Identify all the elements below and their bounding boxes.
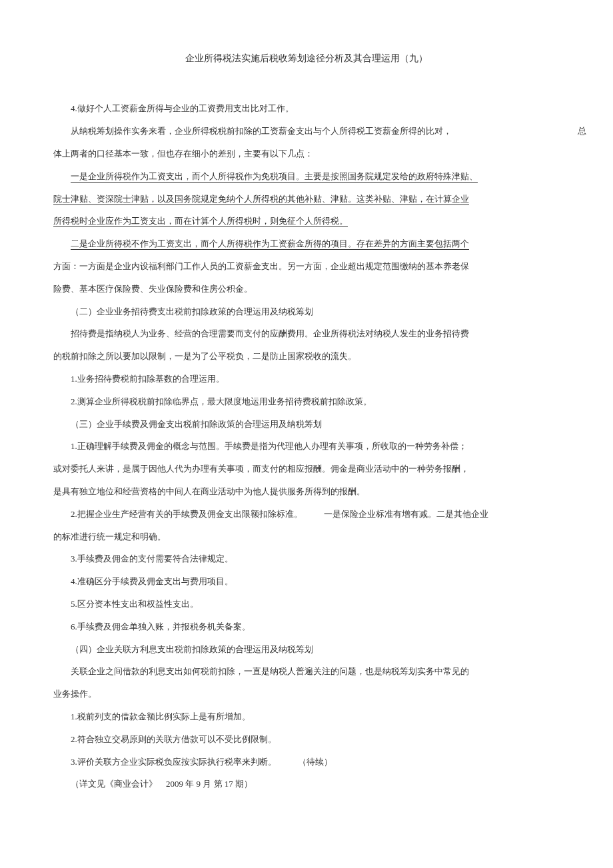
paragraph: 险费、基本医疗保险费、失业保险费和住房公积金。 (53, 278, 560, 300)
paragraph: 6.手续费及佣金单独入账，并报税务机关备案。 (53, 616, 560, 638)
paragraph: 院士津贴、资深院士津贴，以及国务院规定免纳个人所得税的其他补贴、津贴。这类补贴、… (53, 188, 560, 211)
text: 2.把握企业生产经营有关的手续费及佣金支出限额扣除标准。 (71, 509, 303, 519)
paragraph: 或对委托人来讲，是属于因他人代为办理有关事项，而支付的相应报酬。佣金是商业活动中… (53, 458, 560, 480)
paragraph: 一是企业所得税作为工资支出，而个人所得税作为免税项目。主要是按照国务院规定发给的… (53, 165, 560, 188)
text-underline: 院士津贴、资深院士津贴，以及国务院规定免纳个人所得税的其他补贴、津贴。这类补贴、… (53, 194, 469, 204)
paragraph: 2.把握企业生产经营有关的手续费及佣金支出限额扣除标准。一是保险企业标准有增有减… (53, 503, 560, 526)
paragraph: 4.做好个人工资薪金所得与企业的工资费用支出比对工作。 (53, 97, 560, 120)
paragraph: 体上两者的口径基本一致，但也存在细小的差别，主要有以下几点： (53, 143, 560, 165)
paragraph: 二是企业所得税不作为工资支出，而个人所得税作为工资薪金所得的项目。存在差异的方面… (53, 232, 560, 255)
text-underline: 所得税时企业应作为工资支出，而在计算个人所得税时，则免征个人所得税。 (53, 216, 348, 226)
paragraph: 所得税时企业应作为工资支出，而在计算个人所得税时，则免征个人所得税。 (53, 210, 560, 232)
paragraph: 关联企业之间借款的利息支出如何税前扣除，一直是纳税人普遍关注的问题，也是纳税筹划… (53, 660, 560, 683)
text-right: 总 (560, 120, 586, 143)
paragraph: 业务操作。 (53, 683, 560, 705)
paragraph: 3.评价关联方企业实际税负应按实际执行税率来判断。（待续） (53, 751, 560, 773)
paragraph: 1.业务招待费税前扣除基数的合理运用。 (53, 368, 560, 390)
paragraph: 是具有独立地位和经营资格的中间人在商业活动中为他人提供服务所得到的报酬。 (53, 480, 560, 503)
paragraph: 招待费是指纳税人为业务、经营的合理需要而支付的应酬费用。企业所得税法对纳税人发生… (53, 322, 560, 345)
text: 3.评价关联方企业实际税负应按实际执行税率来判断。 (71, 757, 277, 767)
citation: （详文见《商业会计》 2009 年 9 月 第 17 期） (53, 773, 560, 795)
paragraph: 1.正确理解手续费及佣金的概念与范围。手续费是指为代理他人办理有关事项，所收取的… (53, 435, 560, 458)
document-title: 企业所得税法实施后税收筹划途径分析及其合理运用（九） (53, 47, 560, 71)
paragraph: 从纳税筹划操作实务来看，企业所得税税前扣除的工资薪金支出与个人所得税工资薪金所得… (53, 120, 560, 143)
paragraph: 2.符合独立交易原则的关联方借款可以不受比例限制。 (53, 728, 560, 751)
text: （待续） (298, 757, 332, 767)
paragraph: 1.税前列支的借款金额比例实际上是有所增加。 (53, 705, 560, 728)
paragraph: 2.测算企业所得税税前扣除临界点，最大限度地运用业务招待费税前扣除政策。 (53, 390, 560, 413)
paragraph: 4.准确区分手续费及佣金支出与费用项目。 (53, 570, 560, 593)
paragraph: 3.手续费及佣金的支付需要符合法律规定。 (53, 548, 560, 570)
section-heading: （二）企业业务招待费支出税前扣除政策的合理运用及纳税筹划 (53, 300, 560, 323)
section-heading: （三）企业手续费及佣金支出税前扣除政策的合理运用及纳税筹划 (53, 413, 560, 436)
paragraph: 的标准进行统一规定和明确。 (53, 526, 560, 548)
text: 一是保险企业标准有增有减。二是其他企业 (324, 509, 488, 519)
text-underline: 二是企业所得税不作为工资支出，而个人所得税作为工资薪金所得的项目。存在差异的方面… (71, 238, 469, 248)
paragraph: 5.区分资本性支出和权益性支出。 (53, 593, 560, 616)
paragraph: 方面：一方面是企业内设福利部门工作人员的工资薪金支出。另一方面，企业超出规定范围… (53, 255, 560, 278)
text-underline: 一是企业所得税作为工资支出，而个人所得税作为免税项目。主要是按照国务院规定发给的… (71, 171, 478, 181)
paragraph: 的税前扣除之所以要加以限制，一是为了公平税负，二是防止国家税收的流失。 (53, 345, 560, 368)
section-heading: （四）企业关联方利息支出税前扣除政策的合理运用及纳税筹划 (53, 638, 560, 661)
text: 从纳税筹划操作实务来看，企业所得税税前扣除的工资薪金支出与个人所得税工资薪金所得… (71, 126, 452, 136)
